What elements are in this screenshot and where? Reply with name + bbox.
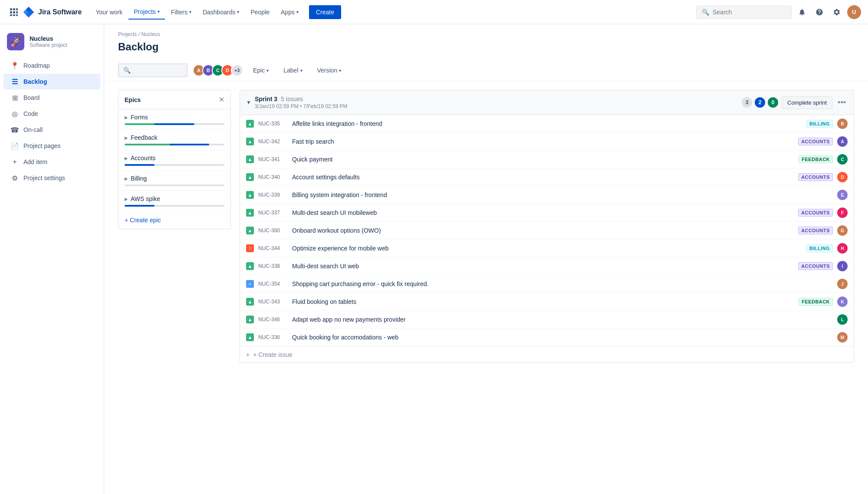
sprint-chevron-icon[interactable]: ▼ bbox=[246, 99, 251, 105]
epic-filter-button[interactable]: Epic ▾ bbox=[248, 64, 273, 77]
table-row[interactable]: ▲ NUC-338 Multi-dest search UI web ACCOU… bbox=[240, 257, 854, 275]
issue-summary: Fast trip search bbox=[292, 138, 794, 145]
aws-epic-name[interactable]: AWS spike bbox=[131, 195, 160, 202]
issue-tag: ACCOUNTS bbox=[798, 209, 833, 217]
table-row[interactable]: ▲ NUC-360 Onboard workout options (OWO) … bbox=[240, 222, 854, 240]
task-icon: + bbox=[246, 280, 254, 288]
issue-summary: Account settings defaults bbox=[292, 174, 794, 181]
issue-key: NUC-338 bbox=[258, 263, 288, 269]
accounts-chevron-icon[interactable]: ▶ bbox=[125, 156, 128, 161]
epics-close-icon[interactable]: ✕ bbox=[219, 96, 224, 104]
table-row[interactable]: ▲ NUC-335 Affelite links integration - f… bbox=[240, 115, 854, 133]
main-content: Projects / Nucleus Backlog 🔍 A B C D +3 … bbox=[104, 24, 868, 494]
epic-filter-chevron: ▾ bbox=[266, 68, 269, 73]
issue-summary: Onboard workout options (OWO) bbox=[292, 227, 794, 234]
table-row[interactable]: ▲ NUC-342 Fast trip search ACCOUNTS A bbox=[240, 133, 854, 151]
accounts-epic-name[interactable]: Accounts bbox=[131, 155, 156, 161]
avatar: C bbox=[837, 154, 848, 165]
avatar: M bbox=[837, 332, 848, 343]
topnav-links: Your work Projects ▾ Filters ▾ Dashboard… bbox=[90, 5, 303, 20]
label-filter-button[interactable]: Label ▾ bbox=[279, 64, 307, 77]
version-filter-chevron: ▾ bbox=[339, 68, 341, 73]
create-button[interactable]: Create bbox=[309, 5, 341, 19]
sidebar-item-project-pages[interactable]: 📄 Project pages bbox=[3, 138, 100, 154]
nav-your-work[interactable]: Your work bbox=[90, 5, 128, 19]
issue-tag bbox=[828, 283, 833, 285]
accounts-progress-bar bbox=[125, 164, 224, 166]
table-row[interactable]: ! NUC-344 Optimize experience for mobile… bbox=[240, 240, 854, 257]
sidebar-item-roadmap[interactable]: 📍 Roadmap bbox=[3, 58, 100, 73]
table-row[interactable]: ▲ NUC-343 Fluid booking on tablets FEEDB… bbox=[240, 293, 854, 311]
version-filter-button[interactable]: Version ▾ bbox=[312, 64, 346, 77]
avatar: D bbox=[837, 172, 848, 182]
svg-rect-5 bbox=[16, 11, 18, 13]
backlog-search-filter[interactable]: 🔍 bbox=[118, 63, 187, 77]
issue-summary: Optimize experience for mobile web bbox=[292, 245, 802, 252]
issue-summary: Adapt web app no new payments provider bbox=[292, 316, 823, 323]
avatar: A bbox=[837, 136, 848, 147]
sidebar: 🚀 Nucleus Software project 📍 Roadmap ☰ B… bbox=[0, 24, 104, 494]
search-input[interactable] bbox=[713, 9, 786, 16]
table-row[interactable]: ▲ NUC-340 Account settings defaults ACCO… bbox=[240, 168, 854, 186]
user-avatar[interactable]: U bbox=[847, 5, 861, 19]
search-box[interactable]: 🔍 bbox=[696, 6, 792, 19]
billing-chevron-icon[interactable]: ▶ bbox=[125, 176, 128, 181]
sprint-badge-todo: 3 bbox=[742, 97, 752, 108]
story-icon: ▲ bbox=[246, 227, 254, 234]
create-issue-plus-icon: + bbox=[246, 351, 250, 358]
story-icon: ▲ bbox=[246, 262, 254, 270]
sidebar-item-board[interactable]: ⊞ Board bbox=[3, 90, 100, 105]
epics-header: Epics ✕ bbox=[118, 90, 230, 109]
forms-chevron-icon[interactable]: ▶ bbox=[125, 115, 128, 120]
forms-progress-bar bbox=[125, 123, 224, 125]
notifications-button[interactable] bbox=[795, 5, 809, 19]
table-row[interactable]: ▲ NUC-346 Adapt web app no new payments … bbox=[240, 311, 854, 329]
nav-projects[interactable]: Projects ▾ bbox=[128, 5, 165, 20]
sidebar-item-oncall[interactable]: ☎ On-call bbox=[3, 122, 100, 138]
help-button[interactable] bbox=[812, 5, 826, 19]
sidebar-item-backlog[interactable]: ☰ Backlog bbox=[3, 74, 100, 89]
sidebar-item-code[interactable]: ◎ Code bbox=[3, 106, 100, 122]
forms-epic-name[interactable]: Forms bbox=[131, 114, 148, 121]
table-row[interactable]: + NUC-354 Shopping cart purchasing error… bbox=[240, 275, 854, 293]
nav-people[interactable]: People bbox=[245, 5, 275, 19]
logo-area[interactable]: Jira Software bbox=[23, 6, 82, 18]
table-row[interactable]: ▲ NUC-336 Quick booking for accomodation… bbox=[240, 329, 854, 346]
breadcrumb-nucleus[interactable]: Nucleus bbox=[141, 31, 160, 37]
backlog-search-input[interactable] bbox=[133, 67, 182, 74]
billing-epic-name[interactable]: Billing bbox=[131, 175, 147, 182]
breadcrumb-projects[interactable]: Projects bbox=[118, 31, 137, 37]
issue-tag: ACCOUNTS bbox=[798, 227, 833, 234]
table-row[interactable]: ▲ NUC-339 Billing system integration - f… bbox=[240, 186, 854, 204]
sprint-badges: 3 2 0 bbox=[742, 97, 778, 108]
nav-filters[interactable]: Filters ▾ bbox=[166, 5, 197, 19]
sidebar-item-add-item[interactable]: + Add item bbox=[3, 154, 100, 170]
grid-icon[interactable] bbox=[7, 5, 21, 19]
aws-chevron-icon[interactable]: ▶ bbox=[125, 197, 128, 201]
feedback-epic-name[interactable]: Feedback bbox=[131, 134, 157, 141]
issue-key: NUC-344 bbox=[258, 245, 288, 251]
avatar-filter-more[interactable]: +3 bbox=[231, 64, 243, 76]
sidebar-item-project-settings[interactable]: ⚙ Project settings bbox=[3, 170, 100, 186]
table-row[interactable]: ▲ NUC-341 Quick payment FEEDBACK C bbox=[240, 151, 854, 168]
issue-summary: Billing system integration - frontend bbox=[292, 191, 823, 198]
create-epic-button[interactable]: + Create epic bbox=[118, 211, 230, 229]
complete-sprint-button[interactable]: Complete sprint bbox=[782, 96, 832, 109]
sprint-more-icon[interactable]: ••• bbox=[836, 98, 848, 107]
settings-icon: ⚙ bbox=[10, 174, 19, 182]
project-icon: 🚀 bbox=[7, 33, 24, 50]
create-issue-button[interactable]: + + Create issue bbox=[240, 346, 854, 362]
top-navigation: Jira Software Your work Projects ▾ Filte… bbox=[0, 0, 868, 24]
svg-rect-8 bbox=[16, 14, 18, 16]
avatar: B bbox=[837, 119, 848, 129]
nav-apps[interactable]: Apps ▾ bbox=[276, 5, 304, 19]
issue-tag: BILLING bbox=[806, 120, 833, 128]
avatar: K bbox=[837, 296, 848, 307]
code-icon: ◎ bbox=[10, 109, 19, 118]
settings-button[interactable] bbox=[830, 5, 844, 19]
table-row[interactable]: ▲ NUC-337 Multi-dest search UI mobileweb… bbox=[240, 204, 854, 222]
nav-dashboards[interactable]: Dashboards ▾ bbox=[197, 5, 245, 19]
filter-bar: 🔍 A B C D +3 Epic ▾ Label ▾ Version ▾ bbox=[104, 60, 868, 81]
feedback-chevron-icon[interactable]: ▶ bbox=[125, 135, 128, 140]
issue-summary: Shopping cart purchasing error - quick f… bbox=[292, 280, 823, 287]
